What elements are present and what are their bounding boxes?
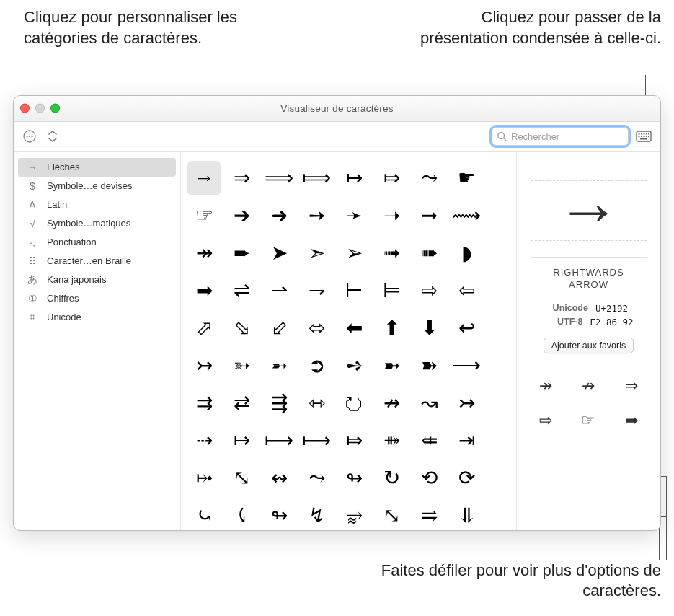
glyph-cell[interactable]: → xyxy=(187,161,221,195)
glyph-cell[interactable]: ↝ xyxy=(412,386,446,421)
sidebar-item[interactable]: ⌗Unicode xyxy=(14,308,180,327)
glyph-cell[interactable]: ⬆ xyxy=(374,311,409,346)
glyph-cell[interactable]: ⤂ xyxy=(412,423,446,458)
glyph-cell[interactable]: ⤹ xyxy=(224,498,259,531)
sidebar-item[interactable]: ⠿Caractèr…en Braille xyxy=(14,252,180,270)
glyph-cell[interactable]: ⬇ xyxy=(412,311,446,346)
glyph-cell[interactable]: ⟳ xyxy=(449,461,484,496)
glyph-cell[interactable]: ➳ xyxy=(224,348,259,383)
glyph-cell[interactable]: ⟾ xyxy=(299,161,334,195)
glyph-cell[interactable]: ↦ xyxy=(224,423,259,458)
glyph-cell[interactable]: ➺ xyxy=(337,348,371,383)
glyph-cell[interactable]: ↭ xyxy=(262,461,296,496)
customize-categories-button[interactable] xyxy=(21,128,38,145)
glyph-cell[interactable]: ⇀ xyxy=(262,273,296,308)
glyph-cell[interactable]: ⟿ xyxy=(449,198,484,233)
add-to-favorites-button[interactable]: Ajouter aux favoris xyxy=(544,338,634,353)
glyph-cell[interactable]: ⟲ xyxy=(412,461,446,496)
glyph-cell[interactable]: ➢ xyxy=(337,236,371,270)
sidebar-item[interactable]: ①Chiffres xyxy=(14,289,180,308)
glyph-cell[interactable]: ➤ xyxy=(262,236,296,270)
glyph-cell[interactable]: ⇒ xyxy=(224,161,259,195)
related-characters[interactable]: ↠↛⇒⇨☞➡ xyxy=(526,371,652,436)
navigation-dropdown-button[interactable] xyxy=(44,128,61,145)
glyph-cell[interactable]: ➲ xyxy=(299,348,334,383)
glyph-cell[interactable]: ⤡ xyxy=(374,498,409,531)
sidebar-item[interactable]: →Flèches xyxy=(18,158,176,177)
glyph-cell[interactable]: ↛ xyxy=(374,386,409,421)
search-field[interactable] xyxy=(492,127,629,146)
glyph-cell[interactable]: ⟹ xyxy=(262,161,296,195)
glyph-cell[interactable]: ➵ xyxy=(262,348,296,383)
glyph-cell[interactable]: ↣ xyxy=(187,348,221,383)
glyph-cell[interactable]: ⤁ xyxy=(374,423,409,458)
related-glyph[interactable]: ⇒ xyxy=(611,371,652,401)
glyph-cell[interactable]: ⤇ xyxy=(337,423,371,458)
glyph-cell[interactable]: ➨ xyxy=(224,236,259,270)
glyph-cell[interactable]: ⊨ xyxy=(374,273,409,308)
glyph-cell[interactable]: ↦ xyxy=(337,161,371,195)
glyph-cell[interactable]: ➠ xyxy=(412,236,446,270)
glyph-cell[interactable]: ⇄ xyxy=(224,386,259,421)
glyph-cell[interactable]: ⤇ xyxy=(374,161,409,195)
glyph-cell[interactable]: ➡ xyxy=(187,273,221,308)
glyph-cell[interactable]: ⤳ xyxy=(412,161,446,195)
related-glyph[interactable]: ⇨ xyxy=(526,405,566,436)
glyph-cell[interactable]: ➟ xyxy=(374,236,409,270)
glyph-cell[interactable]: ⇨ xyxy=(412,273,446,308)
glyph-cell[interactable]: ➼ xyxy=(374,348,409,383)
glyph-cell[interactable]: ⇁ xyxy=(299,273,334,308)
glyph-cell[interactable]: ⇉ xyxy=(187,386,221,421)
glyph-cell[interactable]: ⤿ xyxy=(187,498,221,531)
glyph-cell[interactable]: ➽ xyxy=(412,348,446,383)
glyph-cell[interactable]: ➣ xyxy=(299,236,334,270)
glyph-cell[interactable]: ↣ xyxy=(449,386,484,421)
glyph-cell[interactable]: ⥤ xyxy=(412,498,446,531)
glyph-cell[interactable]: ↬ xyxy=(337,461,371,496)
glyph-cell[interactable]: ➙ xyxy=(299,198,334,233)
glyph-cell[interactable]: ⤳ xyxy=(299,461,334,496)
glyph-cell[interactable]: ⬀ xyxy=(187,311,221,346)
sidebar-item[interactable]: ALatin xyxy=(14,195,180,214)
glyph-cell[interactable]: ⟼ xyxy=(262,423,296,458)
sidebar-item[interactable]: √Symbole…matiques xyxy=(14,214,180,233)
glyph-cell[interactable]: ⭮ xyxy=(337,386,371,421)
window-close-button[interactable] xyxy=(20,104,30,113)
glyph-cell[interactable]: ⇦ xyxy=(449,273,484,308)
related-glyph[interactable]: ➡ xyxy=(611,405,652,436)
glyph-cell[interactable]: ☞ xyxy=(187,198,221,233)
glyph-cell[interactable]: ➔ xyxy=(224,198,259,233)
glyph-cell[interactable]: ⥵ xyxy=(337,498,371,531)
glyph-cell[interactable]: ↬ xyxy=(262,498,296,531)
sidebar-item[interactable]: ·,Ponctuation xyxy=(14,233,180,252)
view-toggle-button[interactable] xyxy=(634,128,653,145)
glyph-cell[interactable]: ⬂ xyxy=(224,311,259,346)
glyph-cell[interactable]: ⇿ xyxy=(299,386,334,421)
glyph-cell[interactable]: ↩ xyxy=(449,311,484,346)
related-glyph[interactable]: ↠ xyxy=(526,371,566,401)
glyph-cell[interactable]: ⬅ xyxy=(337,311,371,346)
glyph-cell[interactable]: ☛ xyxy=(449,161,484,195)
glyph-cell[interactable]: ➜ xyxy=(262,198,296,233)
glyph-cell[interactable]: ↠ xyxy=(187,236,221,270)
character-grid[interactable]: →⇒⟹⟾↦⤇⤳☛☞➔➜➙➛➝➞⟿↠➨➤➣➢➟➠◗➡⇌⇀⇁⊢⊨⇨⇦⬀⬂⬃⬄⬅⬆⬇↩… xyxy=(181,152,516,531)
sidebar-item[interactable]: $Symbole…e devises xyxy=(14,177,180,195)
glyph-cell[interactable]: ↯ xyxy=(299,498,334,531)
window-maximize-button[interactable] xyxy=(50,104,60,113)
glyph-cell[interactable]: ➞ xyxy=(412,198,446,233)
glyph-cell[interactable]: ⬄ xyxy=(299,311,334,346)
glyph-cell[interactable]: ⤠ xyxy=(187,461,221,496)
glyph-cell[interactable]: ⇶ xyxy=(262,386,296,421)
glyph-cell[interactable]: ⇢ xyxy=(187,423,221,458)
glyph-cell[interactable]: ⊢ xyxy=(337,273,371,308)
related-glyph[interactable]: ↛ xyxy=(569,371,609,401)
glyph-cell[interactable]: ➝ xyxy=(374,198,409,233)
glyph-cell[interactable]: ⟼ xyxy=(299,423,334,458)
window-minimize-button[interactable] xyxy=(35,104,45,113)
glyph-cell[interactable]: ↻ xyxy=(374,461,409,496)
glyph-cell[interactable]: ◗ xyxy=(449,236,484,270)
search-input[interactable] xyxy=(510,131,624,143)
glyph-cell[interactable]: ⇌ xyxy=(224,273,259,308)
glyph-cell[interactable]: ⇥ xyxy=(449,423,484,458)
glyph-cell[interactable]: ⬃ xyxy=(262,311,296,346)
